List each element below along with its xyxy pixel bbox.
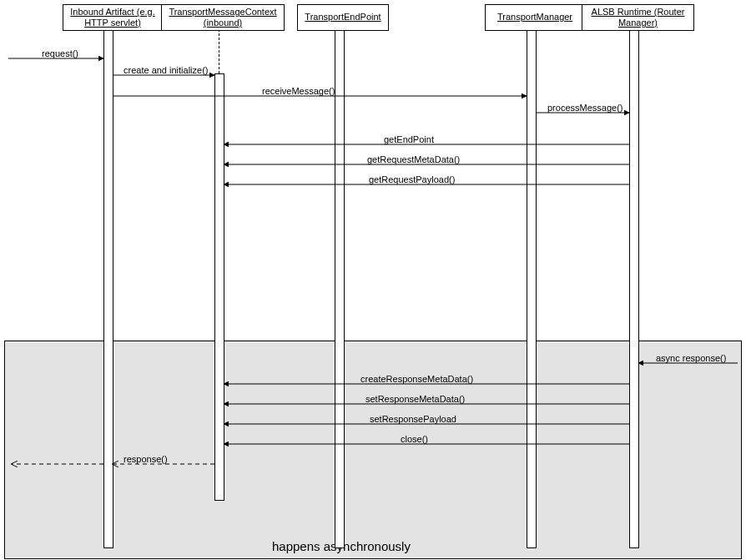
msg-process-message: processMessage(): [547, 103, 623, 113]
msg-async-response: async response(): [656, 353, 726, 363]
msg-request: request(): [42, 48, 78, 58]
msg-create-response-meta: createResponseMetaData(): [360, 374, 473, 384]
msg-receive-message: receiveMessage(): [262, 86, 335, 96]
arrows: [0, 0, 746, 560]
msg-set-response-meta: setResponseMetaData(): [365, 394, 465, 404]
msg-get-request-payload: getRequestPayload(): [369, 174, 455, 184]
sequence-diagram: happens asynchronously Inbound Artifact …: [0, 0, 746, 560]
msg-create-init: create and initialize(): [123, 65, 209, 75]
msg-close: close(): [401, 434, 428, 444]
msg-get-request-metadata: getRequestMetaData(): [367, 154, 460, 164]
msg-response: response(): [123, 454, 168, 464]
msg-get-endpoint: getEndPoint: [384, 134, 434, 144]
msg-set-response-payload: setResponsePayload: [370, 414, 456, 424]
